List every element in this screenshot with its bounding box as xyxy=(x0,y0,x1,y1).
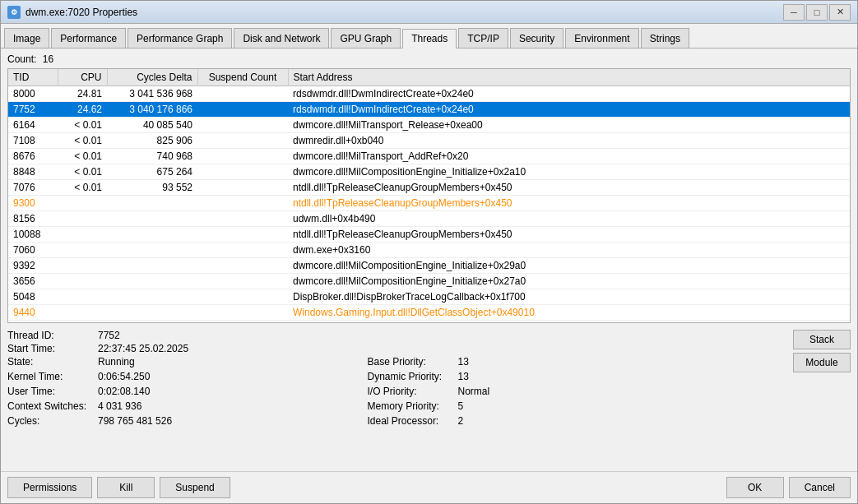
table-row[interactable]: 1504ism.dll!CreateSystemInputHost+0x19b5… xyxy=(8,321,850,324)
cell-tid: 3656 xyxy=(8,274,58,289)
cell-cycles xyxy=(107,289,197,305)
memory-priority-label: Memory Priority: xyxy=(368,400,458,412)
table-row[interactable]: 8676< 0.01740 968dwmcore.dll!MilTranspor… xyxy=(8,149,850,164)
table-row[interactable]: 7060dwm.exe+0x3160 xyxy=(8,243,850,258)
table-row[interactable]: 9440Windows.Gaming.Input.dll!DllGetClass… xyxy=(8,305,850,321)
app-icon: ⚙ xyxy=(7,6,21,19)
maximize-button[interactable]: □ xyxy=(806,4,828,21)
cell-cpu xyxy=(58,211,107,227)
cell-addr: dwmcore.dll!MilTransport_Release+0xea00 xyxy=(288,118,850,133)
ideal-processor-row: Ideal Processor: 2 xyxy=(368,415,720,427)
user-time-row: User Time: 0:02:08.140 xyxy=(7,386,359,397)
tab-threads[interactable]: Threads xyxy=(402,29,457,49)
dynamic-priority-label: Dynamic Priority: xyxy=(368,371,458,382)
cell-suspend xyxy=(197,227,288,243)
bottom-bar: Permissions Kill Suspend OK Cancel xyxy=(1,471,857,503)
base-priority-label: Base Priority: xyxy=(368,356,458,368)
cell-suspend xyxy=(197,149,288,164)
cell-tid: 8000 xyxy=(8,86,58,102)
cell-suspend xyxy=(197,102,288,118)
tab-environment[interactable]: Environment xyxy=(565,28,638,48)
thread-table-container[interactable]: TID CPU Cycles Delta Suspend Count Start… xyxy=(7,68,851,323)
cell-cpu xyxy=(58,321,107,324)
cell-cycles xyxy=(107,321,197,324)
ok-cancel-group: OK Cancel xyxy=(726,477,851,498)
cell-suspend xyxy=(197,180,288,196)
table-row[interactable]: 8848< 0.01675 264dwmcore.dll!MilComposit… xyxy=(8,164,850,180)
cell-suspend xyxy=(197,86,288,102)
tab-performance[interactable]: Performance xyxy=(51,28,126,48)
cell-cpu: < 0.01 xyxy=(58,133,107,149)
count-value: 16 xyxy=(43,53,53,65)
context-switches-value: 4 031 936 xyxy=(98,400,141,412)
details-area: Thread ID: 7752 Start Time: 22:37:45 25.… xyxy=(7,330,851,466)
kill-button[interactable]: Kill xyxy=(97,477,155,498)
cancel-button[interactable]: Cancel xyxy=(789,477,851,498)
table-row[interactable]: 8156udwm.dll+0x4b490 xyxy=(8,211,850,227)
details-grid: State: Running Base Priority: 13 Kernel … xyxy=(7,356,719,428)
cell-addr: DispBroker.dll!DispBrokerTraceLogCallbac… xyxy=(288,289,850,305)
ok-button[interactable]: OK xyxy=(726,477,784,498)
cell-suspend xyxy=(197,258,288,274)
tab-security[interactable]: Security xyxy=(510,28,563,48)
cell-tid: 9440 xyxy=(8,305,58,321)
table-row[interactable]: 3656dwmcore.dll!MilCompositionEngine_Ini… xyxy=(8,274,850,289)
cell-addr: ism.dll!CreateSystemInputHost+0x19b50 xyxy=(288,321,850,324)
memory-priority-row: Memory Priority: 5 xyxy=(368,400,720,412)
thread-table: TID CPU Cycles Delta Suspend Count Start… xyxy=(8,69,850,323)
count-bar: Count: 16 xyxy=(7,53,851,65)
user-time-value: 0:02:08.140 xyxy=(98,386,150,397)
ideal-processor-label: Ideal Processor: xyxy=(368,415,458,427)
tab-gpu-graph[interactable]: GPU Graph xyxy=(331,28,401,48)
table-row[interactable]: 6164< 0.0140 085 540dwmcore.dll!MilTrans… xyxy=(8,118,850,133)
ideal-processor-value: 2 xyxy=(458,415,464,427)
table-row[interactable]: 10088ntdll.dll!TpReleaseCleanupGroupMemb… xyxy=(8,227,850,243)
cell-cpu xyxy=(58,274,107,289)
cell-cycles: 825 906 xyxy=(107,133,197,149)
cell-suspend xyxy=(197,164,288,180)
cell-addr: ntdll.dll!TpReleaseCleanupGroupMembers+0… xyxy=(288,196,850,211)
tab-image[interactable]: Image xyxy=(4,28,49,48)
memory-priority-value: 5 xyxy=(458,400,464,412)
table-row[interactable]: 7076< 0.0193 552ntdll.dll!TpReleaseClean… xyxy=(8,180,850,196)
cell-cycles: 675 264 xyxy=(107,164,197,180)
tab-strings[interactable]: Strings xyxy=(641,28,689,48)
table-row[interactable]: 5048DispBroker.dll!DispBrokerTraceLogCal… xyxy=(8,289,850,305)
table-row[interactable]: 7108< 0.01825 906dwmredir.dll+0xb040 xyxy=(8,133,850,149)
cell-suspend xyxy=(197,305,288,321)
context-switches-row: Context Switches: 4 031 936 xyxy=(7,400,359,412)
cell-tid: 7752 xyxy=(8,102,58,118)
state-row: State: Running xyxy=(7,356,359,368)
cell-cycles: 40 085 540 xyxy=(107,118,197,133)
suspend-button[interactable]: Suspend xyxy=(160,477,230,498)
permissions-button[interactable]: Permissions xyxy=(7,477,92,498)
cell-addr: ntdll.dll!TpReleaseCleanupGroupMembers+0… xyxy=(288,227,850,243)
window-title: dwm.exe:7020 Properties xyxy=(26,7,783,18)
minimize-button[interactable]: ─ xyxy=(783,4,805,21)
thread-id-value: 7752 xyxy=(98,330,120,341)
stack-button[interactable]: Stack xyxy=(793,330,851,349)
cell-cpu xyxy=(58,305,107,321)
module-button[interactable]: Module xyxy=(793,353,851,372)
cell-suspend xyxy=(197,321,288,324)
cell-cycles: 3 040 176 866 xyxy=(107,102,197,118)
thread-id-label: Thread ID: xyxy=(7,330,98,341)
tab-disk-and-network[interactable]: Disk and Network xyxy=(234,28,329,48)
table-row[interactable]: 9392dwmcore.dll!MilCompositionEngine_Ini… xyxy=(8,258,850,274)
cell-suspend xyxy=(197,118,288,133)
context-switches-label: Context Switches: xyxy=(7,400,98,412)
cell-cycles xyxy=(107,258,197,274)
cell-suspend xyxy=(197,274,288,289)
cell-cycles xyxy=(107,211,197,227)
table-row[interactable]: 9300ntdll.dll!TpReleaseCleanupGroupMembe… xyxy=(8,196,850,211)
table-row[interactable]: 800024.813 041 536 968rdsdwmdr.dll!DwmIn… xyxy=(8,86,850,102)
perm-kill-suspend-group: Permissions Kill Suspend xyxy=(7,477,230,498)
tab-performance-graph[interactable]: Performance Graph xyxy=(128,28,232,48)
cell-addr: ntdll.dll!TpReleaseCleanupGroupMembers+0… xyxy=(288,180,850,196)
cell-tid: 1504 xyxy=(8,321,58,324)
stack-module-buttons: Stack Module xyxy=(727,330,851,466)
tab-tcp-ip[interactable]: TCP/IP xyxy=(458,28,508,48)
close-button[interactable]: ✕ xyxy=(829,4,851,21)
table-row[interactable]: 775224.623 040 176 866rdsdwmdr.dll!DwmIn… xyxy=(8,102,850,118)
cell-cpu: < 0.01 xyxy=(58,149,107,164)
